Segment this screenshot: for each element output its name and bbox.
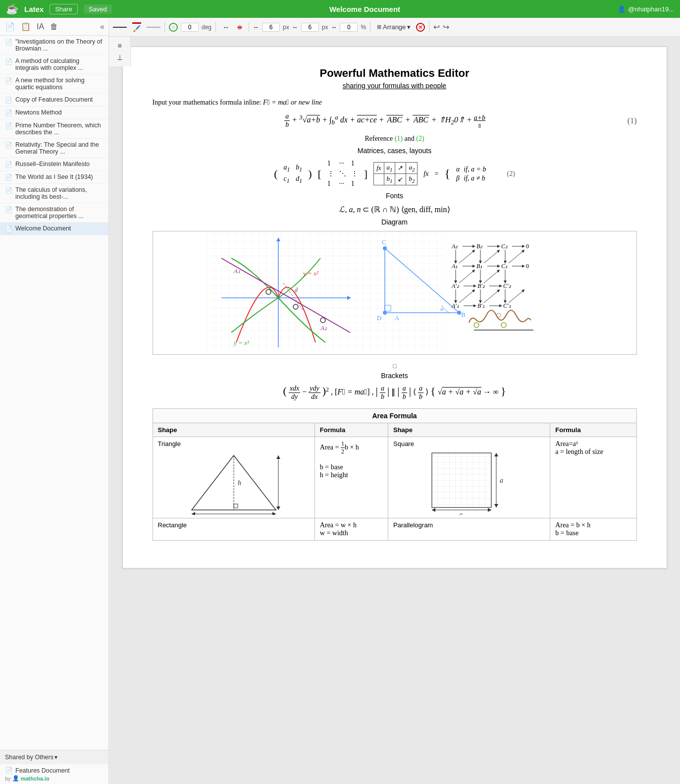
vertical-toolbar: ≡ ⊥ [109, 37, 131, 66]
table-title: Area Formula [153, 409, 636, 423]
undo-button[interactable]: ↩ [433, 22, 440, 32]
line-color-button[interactable]: 🖌️ [130, 21, 144, 33]
diagram-box: y = x² y = x³ A₁ A₂ d [153, 231, 637, 355]
doc-title: Powerful Mathematics Editor [153, 67, 637, 80]
percent-input[interactable] [340, 23, 358, 32]
doc-icon: 📄 [5, 161, 12, 168]
reference-line: Reference (1) and (2) [153, 135, 637, 143]
doc-icon: 📄 [5, 77, 12, 84]
redo-button[interactable]: ↪ [443, 22, 449, 32]
svg-point-19 [383, 311, 387, 315]
svg-line-65 [509, 251, 523, 263]
share-button[interactable]: Share [50, 4, 78, 14]
shared-item[interactable]: 📄 Features Document by 👤 mathcha.io [0, 764, 108, 784]
arrange-dropdown-icon: ▾ [407, 23, 411, 31]
delete-button[interactable]: 🗑 [49, 21, 59, 32]
shared-section-header[interactable]: Shared by Others ▾ [0, 750, 108, 764]
sidebar-item-doc-3[interactable]: 📄A new method for solving quartic equati… [0, 74, 108, 94]
user-info: 👤 @nhatphan19... [618, 5, 674, 13]
doc-icon: 📄 [5, 110, 12, 116]
svg-marker-85 [494, 504, 498, 507]
line-style-gray [147, 27, 160, 28]
new-doc-button[interactable]: 📄 [4, 21, 16, 32]
shared-by-label: by [5, 776, 11, 782]
sidebar-item-doc-1[interactable]: 📄"Investigations on the Theory of Browni… [0, 36, 108, 55]
saved-button[interactable]: Saved [84, 4, 112, 14]
collapse-sidebar-button[interactable]: « [100, 22, 105, 31]
document-page: Powerful Mathematics Editor sharing your… [122, 47, 667, 568]
matrices-content: ( a1b1 c1d1 ) [ 1···1 ⋮⋱⋮ 1···1 ] fx a1 … [153, 160, 637, 188]
sidebar-item-label: The demonstration of geometrical propert… [15, 206, 104, 220]
sidebar-item-doc-9[interactable]: 📄The World as I See It (1934) [0, 171, 108, 184]
text-format-button[interactable]: ≡ [115, 41, 124, 51]
doc-icon: 📄 [5, 122, 12, 129]
sidebar-item-doc-8[interactable]: 📄Russell–Einstein Manifesto [0, 158, 108, 171]
svg-text:B: B [461, 311, 466, 318]
svg-line-70 [509, 290, 523, 303]
shape-triangle: Triangle h [153, 437, 314, 518]
sidebar-bottom: Shared by Others ▾ 📄 Features Document b… [0, 750, 108, 784]
svg-text:A′₁: A′₁ [451, 302, 459, 309]
line-style-dark [113, 27, 127, 28]
insert-button[interactable]: ⊥ [114, 53, 125, 62]
sidebar-top: 📄 📋 IA 🗑 « [0, 18, 108, 36]
flip-h-button[interactable]: ↔ [220, 22, 232, 32]
width1-input[interactable] [262, 23, 280, 32]
flip-h-icon: ↔ [222, 23, 229, 31]
shared-by-icon: 👤 [12, 775, 19, 782]
svg-text:A′₂: A′₂ [451, 282, 460, 289]
svg-rect-82 [432, 453, 491, 507]
svg-line-67 [484, 271, 499, 283]
width2-input[interactable] [301, 23, 319, 32]
sidebar-item-doc-10[interactable]: 📄The calculus of variations, including i… [0, 184, 108, 203]
sidebar-item-label: Russell–Einstein Manifesto [15, 161, 90, 168]
percent-arrow-icon: ↔ [331, 24, 337, 31]
sidebar-item-doc-5[interactable]: 📄Newtons Method [0, 107, 108, 119]
toolbar: 🖌️ ○ deg ↔ ⊗ ↔ px ↔ px ↔ % ⊞ Arrange ▾ ✕… [109, 18, 680, 37]
sidebar-item-doc-4[interactable]: 📄Copy of Features Document [0, 94, 108, 107]
svg-text:B′₂: B′₂ [477, 282, 485, 289]
page-square-icon [393, 364, 397, 368]
arrange-button[interactable]: ⊞ Arrange ▾ [374, 22, 413, 32]
app-logo: ☕ [6, 3, 18, 15]
close-button[interactable]: ✕ [416, 23, 425, 32]
svg-text:C₁: C₁ [501, 263, 508, 270]
fonts-content: ℒ, a, n ⊂ (ℝ ∩ ℕ) ⟨gen, diff, min⟩ [153, 205, 637, 214]
svg-rect-0 [207, 233, 444, 352]
inline-formula-text: Input your mathematics formula inline: F… [153, 99, 637, 107]
doc-icon: 📄 [5, 187, 12, 194]
angle-unit-label: deg [202, 24, 211, 31]
doc-icon: 📄 [5, 225, 12, 232]
svg-text:a: a [459, 511, 463, 515]
sidebar-item-doc-2[interactable]: 📄A method of calculating integrals with … [0, 55, 108, 74]
sidebar-item-doc-6[interactable]: 📄Prime Number Theorem, which describes t… [0, 119, 108, 139]
sidebar-item-doc-12[interactable]: 📄Welcome Document [0, 223, 108, 235]
angle-input[interactable] [181, 23, 199, 32]
col-header-formula1: Formula [314, 423, 388, 437]
ia-button[interactable]: IA [36, 21, 45, 32]
svg-point-26 [474, 323, 479, 328]
shared-section-label: Shared by Others [5, 754, 54, 761]
formula-square: Area=a² a = length of size [550, 437, 636, 518]
svg-marker-76 [192, 512, 195, 515]
separator-4 [370, 22, 370, 33]
shape-rectangle: Rectangle [153, 518, 314, 541]
svg-marker-77 [272, 512, 276, 515]
formula-rectangle: Area = w × h w = width [314, 518, 388, 541]
doc-subtitle: sharing your formulas with people [153, 82, 637, 90]
svg-text:A₁: A₁ [233, 267, 240, 275]
sidebar-item-label: Prime Number Theorem, which describes th… [15, 122, 104, 136]
svg-line-68 [459, 290, 474, 303]
svg-text:B₁: B₁ [476, 263, 482, 270]
sidebar-item-label: "Investigations on the Theory of Brownia… [15, 38, 104, 52]
sidebar: 📄 📋 IA 🗑 « 📄"Investigations on the Theor… [0, 18, 109, 784]
sidebar-item-doc-11[interactable]: 📄The demonstration of geometrical proper… [0, 203, 108, 223]
flip-v-button[interactable]: ⊗ [235, 22, 245, 32]
svg-line-66 [459, 271, 474, 283]
shared-doc-title: Features Document [15, 767, 70, 774]
top-bar: ☕ Latex Share Saved Welcome Document 👤 @… [0, 0, 680, 18]
copy-button[interactable]: 📋 [20, 21, 32, 32]
sidebar-item-doc-7[interactable]: 📄Relativity: The Special and the General… [0, 139, 108, 158]
user-icon: 👤 [618, 5, 626, 13]
col-header-formula2: Formula [550, 423, 636, 437]
